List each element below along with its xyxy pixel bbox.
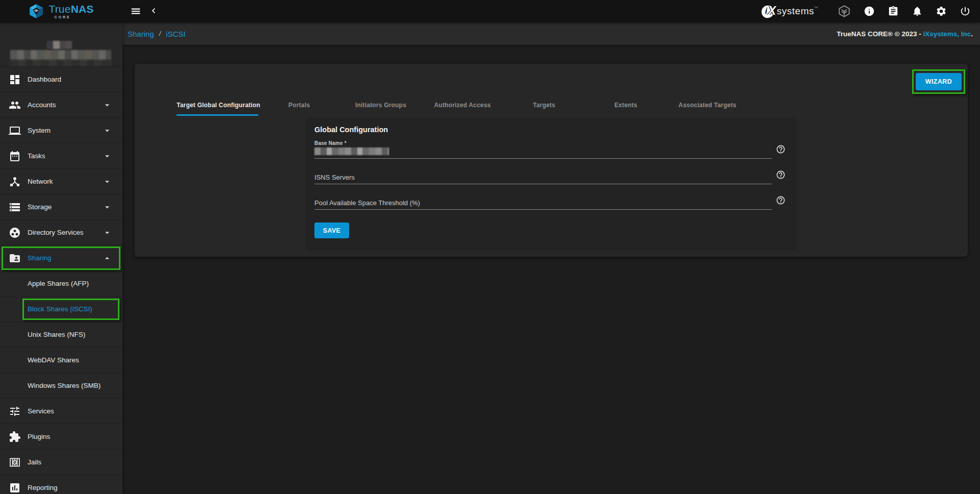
iscsi-tabs: Target Global Configuration Portals Init… bbox=[177, 64, 968, 116]
sidebar-item-dashboard[interactable]: Dashboard bbox=[0, 66, 122, 92]
sidebar-item-services[interactable]: Services bbox=[0, 398, 122, 424]
dashboard-icon bbox=[9, 73, 21, 86]
chevron-down-icon bbox=[102, 151, 112, 161]
chevron-down-icon bbox=[102, 177, 112, 187]
sidebar-item-accounts[interactable]: Accounts bbox=[0, 92, 122, 117]
chevron-down-icon bbox=[102, 202, 112, 212]
notifications-bell-icon[interactable] bbox=[912, 6, 923, 17]
tab-authorized-access[interactable]: Authorized Access bbox=[422, 94, 503, 116]
services-tune-icon bbox=[9, 405, 21, 417]
ixsystems-link[interactable]: iXsystems, Inc bbox=[923, 30, 971, 38]
global-configuration-panel: Global Configuration Base Name * ISNS Se… bbox=[307, 119, 795, 249]
tab-initiators-groups[interactable]: Initiators Groups bbox=[340, 94, 422, 116]
redacted-user-name bbox=[10, 50, 111, 60]
storage-icon bbox=[9, 201, 21, 213]
tasks-calendar-icon bbox=[9, 150, 21, 162]
chevron-down-icon bbox=[102, 228, 112, 238]
truenas-logo: TrueNAS CORE bbox=[0, 0, 122, 22]
field-label: Pool Available Space Threshold (%) bbox=[314, 199, 420, 207]
sidebar-item-system[interactable]: System bbox=[0, 117, 122, 143]
sidebar-nav: Dashboard Accounts System Tasks Network … bbox=[0, 22, 122, 494]
sidebar-item-webdav-shares[interactable]: WebDAV Shares bbox=[0, 347, 122, 373]
truenas-logo-icon bbox=[29, 4, 44, 19]
system-computer-icon bbox=[9, 125, 21, 137]
sidebar-item-jails[interactable]: Jails bbox=[0, 449, 122, 475]
brand-edition: CORE bbox=[54, 15, 93, 19]
base-name-input[interactable] bbox=[314, 147, 772, 156]
tab-extents[interactable]: Extents bbox=[585, 94, 667, 116]
power-icon[interactable] bbox=[960, 6, 971, 17]
field-isns-servers[interactable]: ISNS Servers bbox=[314, 159, 772, 184]
tab-targets[interactable]: Targets bbox=[503, 94, 585, 116]
help-icon[interactable] bbox=[776, 144, 786, 154]
breadcrumb-separator: / bbox=[159, 30, 161, 37]
nav-back-button[interactable] bbox=[149, 6, 160, 17]
accounts-people-icon bbox=[9, 99, 21, 111]
reporting-chart-icon bbox=[9, 482, 21, 494]
field-pool-available-space-threshold[interactable]: Pool Available Space Threshold (%) bbox=[314, 184, 772, 210]
sidebar-item-directory-services[interactable]: Directory Services bbox=[0, 219, 122, 245]
redacted-avatar bbox=[46, 41, 72, 49]
ixsystems-logo: i X systems ™ bbox=[762, 5, 818, 18]
directory-services-icon bbox=[9, 227, 21, 239]
truenas-app: TrueNAS CORE i X systems ™ bbox=[0, 0, 980, 494]
hamburger-icon bbox=[130, 6, 141, 17]
sidebar-item-storage[interactable]: Storage bbox=[0, 194, 122, 219]
chevron-down-icon bbox=[102, 126, 112, 136]
tab-associated-targets[interactable]: Associated Targets bbox=[667, 94, 748, 116]
tab-portals[interactable]: Portals bbox=[258, 94, 340, 116]
main-content: WIZARD Target Global Configuration Porta… bbox=[122, 45, 980, 494]
field-base-name: Base Name * bbox=[314, 140, 772, 159]
chevron-left-icon bbox=[149, 6, 160, 17]
menu-toggle-button[interactable] bbox=[130, 6, 141, 17]
brand-name: TrueNAS bbox=[48, 4, 93, 14]
help-icon[interactable] bbox=[776, 195, 786, 205]
field-label: Base Name * bbox=[314, 140, 772, 146]
chevron-up-icon bbox=[102, 253, 112, 263]
sidebar-item-apple-shares-afp[interactable]: Apple Shares (AFP) bbox=[0, 270, 122, 296]
redacted-base-name-value bbox=[314, 147, 389, 155]
sharing-folder-shared-icon bbox=[9, 252, 21, 264]
iscsi-card: WIZARD Target Global Configuration Porta… bbox=[135, 64, 968, 257]
sidebar-item-sharing[interactable]: Sharing bbox=[0, 245, 122, 270]
help-icon[interactable] bbox=[776, 170, 786, 180]
sidebar-item-network[interactable]: Network bbox=[0, 168, 122, 194]
user-info-redacted bbox=[0, 22, 122, 66]
redacted-user-detail bbox=[10, 59, 111, 66]
top-header: TrueNAS CORE i X systems ™ bbox=[0, 0, 980, 22]
truecommand-icon[interactable] bbox=[838, 5, 851, 18]
save-button[interactable]: SAVE bbox=[314, 223, 349, 238]
chevron-down-icon bbox=[102, 100, 112, 110]
sidebar-item-block-shares-iscsi[interactable]: Block Shares (iSCSI) bbox=[0, 296, 122, 322]
breadcrumb-bar: Sharing / iSCSI TrueNAS CORE® © 2023 - i… bbox=[122, 22, 980, 45]
wizard-button[interactable]: WIZARD bbox=[916, 73, 962, 90]
ixsystems-logo-mark: i X bbox=[762, 5, 777, 18]
breadcrumb-section-link[interactable]: Sharing bbox=[128, 30, 154, 38]
tasks-clipboard-icon[interactable] bbox=[888, 6, 899, 17]
sidebar-item-plugins[interactable]: Plugins bbox=[0, 424, 122, 449]
breadcrumb-page-link[interactable]: iSCSI bbox=[166, 30, 185, 38]
sidebar-item-windows-shares-smb[interactable]: Windows Shares (SMB) bbox=[0, 373, 122, 398]
copyright-note: TrueNAS CORE® © 2023 - iXsystems, Inc. bbox=[837, 30, 973, 38]
tab-target-global-configuration[interactable]: Target Global Configuration bbox=[177, 94, 258, 116]
plugins-puzzle-icon bbox=[9, 431, 21, 443]
info-icon[interactable] bbox=[864, 6, 875, 17]
field-label: ISNS Servers bbox=[314, 174, 355, 181]
sidebar-item-unix-shares-nfs[interactable]: Unix Shares (NFS) bbox=[0, 322, 122, 347]
jails-cage-icon bbox=[9, 456, 21, 468]
panel-title: Global Configuration bbox=[314, 126, 787, 134]
network-hub-icon bbox=[9, 176, 21, 188]
settings-gear-icon[interactable] bbox=[936, 6, 947, 17]
sidebar-item-tasks[interactable]: Tasks bbox=[0, 143, 122, 168]
sidebar-item-reporting[interactable]: Reporting bbox=[0, 475, 122, 494]
